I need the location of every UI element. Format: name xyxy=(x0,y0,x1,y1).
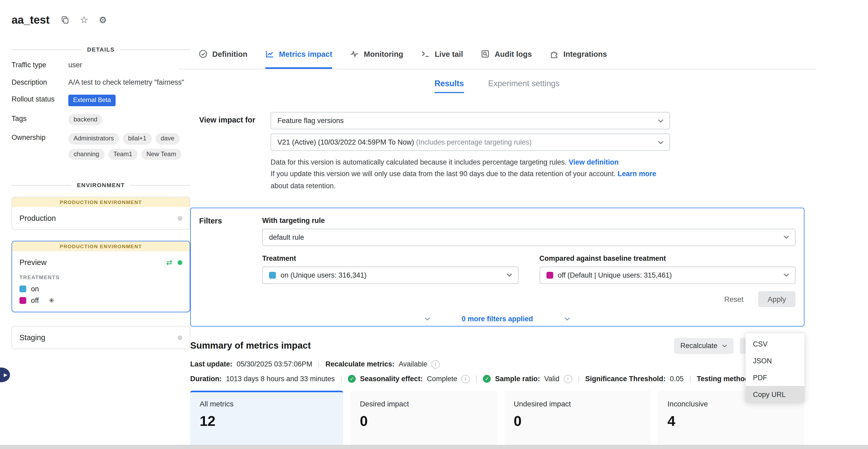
filters-panel: Filters With targeting rule default rule… xyxy=(190,208,804,327)
owner-pill[interactable]: dave xyxy=(155,133,180,145)
tab-bar: Definition Metrics impact Monitoring Liv… xyxy=(179,42,815,69)
last-update-label: Last update: xyxy=(190,360,232,368)
version-type-select[interactable]: Feature flag versions xyxy=(271,112,670,129)
treatment-select-value: on (Unique users: 316,341) xyxy=(281,271,367,279)
duration-label: Duration: xyxy=(190,375,222,383)
targeting-rule-select[interactable]: default rule xyxy=(262,229,796,246)
version-type-value: Feature flag versions xyxy=(277,117,344,125)
owner-pill[interactable]: New Team xyxy=(141,149,182,160)
targeting-rule-value: default rule xyxy=(269,234,304,241)
info-icon[interactable]: i xyxy=(564,375,572,383)
version-notes: Data for this version is automatically c… xyxy=(271,157,670,192)
treatment-select[interactable]: on (Unique users: 316,341) xyxy=(262,267,518,284)
recalculate-button[interactable]: Recalculate xyxy=(674,338,734,354)
view-impact-label: View impact for xyxy=(190,112,271,192)
page-title: aa_test xyxy=(11,14,50,26)
frozen-icon: ✳ xyxy=(49,297,55,305)
details-section-title: DETAILS xyxy=(87,46,115,53)
tag-pill[interactable]: backend xyxy=(68,114,103,125)
tab-integrations[interactable]: Integrations xyxy=(550,39,607,69)
tab-audit-logs[interactable]: Audit logs xyxy=(481,39,532,69)
sidebar-expand-handle[interactable]: ▶ xyxy=(0,367,10,382)
check-circle-icon: ✓ xyxy=(348,375,356,383)
version-value: V21 (Active) (10/03/2022 04:59PM To Now) xyxy=(277,138,414,146)
metric-card-undesired-impact[interactable]: Undesired impact 0 xyxy=(504,391,650,449)
baseline-select[interactable]: off (Default | Unique users: 315,461) xyxy=(539,267,796,284)
duration-value: 1013 days 8 hours and 33 minutes xyxy=(226,375,335,383)
treatments-panel: TREATMENTS on off ✳ xyxy=(12,275,190,312)
summary-title: Summary of metrics impact xyxy=(190,340,311,352)
tab-definition[interactable]: Definition xyxy=(198,39,247,69)
subtab-experiment-settings[interactable]: Experiment settings xyxy=(488,79,560,93)
significance-threshold-label: Significance Threshold: xyxy=(585,375,666,383)
view-impact-section: View impact for Feature flag versions V2… xyxy=(190,112,804,192)
more-filters-label[interactable]: 0 more filters applied xyxy=(462,315,533,323)
tab-label: Integrations xyxy=(563,50,607,58)
metric-card-label: Undesired impact xyxy=(514,399,641,408)
main-content: Definition Metrics impact Monitoring Liv… xyxy=(179,42,815,449)
chevron-down-icon[interactable] xyxy=(424,317,430,321)
production-env-banner: PRODUCTION ENVIRONMENT xyxy=(12,198,190,207)
metric-card-value: 12 xyxy=(200,413,334,429)
more-filters-toggle: 0 more filters applied xyxy=(191,315,804,323)
tab-live-tail[interactable]: Live tail xyxy=(421,39,463,69)
metric-card-desired-impact[interactable]: Desired impact 0 xyxy=(350,391,497,449)
star-icon[interactable]: ☆ xyxy=(80,15,88,25)
env-card-preview[interactable]: PRODUCTION ENVIRONMENT Preview ⇄ TREATME… xyxy=(11,241,190,312)
share-menu-item-json[interactable]: JSON xyxy=(746,352,804,369)
baseline-select-value: off (Default | Unique users: 315,461) xyxy=(558,271,672,279)
treatment-row-on: on xyxy=(20,285,182,293)
version-note-2: If you update this version we will only … xyxy=(271,170,616,178)
share-menu-item-copy-url[interactable]: Copy URL xyxy=(746,386,804,403)
view-definition-link[interactable]: View definition xyxy=(569,158,619,166)
learn-more-link[interactable]: Learn more xyxy=(618,170,656,178)
treatment-on-label: on xyxy=(31,285,39,293)
sample-ratio-value: Valid xyxy=(544,375,560,383)
testing-method-label: Testing method: xyxy=(697,375,751,383)
version-note-2-suffix: about data retention. xyxy=(271,182,336,189)
description-row: Description A/A test to check telemetry … xyxy=(11,78,190,87)
info-icon[interactable]: i xyxy=(432,360,440,368)
metric-card-label: All metrics xyxy=(200,399,334,408)
env-name-preview: Preview xyxy=(20,259,46,267)
env-card-staging[interactable]: Staging xyxy=(11,326,190,349)
env-card-production[interactable]: PRODUCTION ENVIRONMENT Production xyxy=(11,197,190,230)
version-select[interactable]: V21 (Active) (10/03/2022 04:59PM To Now)… xyxy=(271,133,670,151)
version-note-1: Data for this version is automatically c… xyxy=(271,158,567,166)
last-update-value: 05/30/2025 03:57:06PM xyxy=(237,360,312,368)
metrics-impact-icon xyxy=(265,50,274,58)
treatment-on-swatch xyxy=(269,272,276,279)
apply-button[interactable]: Apply xyxy=(758,291,796,307)
significance-threshold-value: 0.05 xyxy=(670,375,684,383)
tab-label: Live tail xyxy=(435,50,463,58)
summary-header: Summary of metrics impact Recalculate Sh… xyxy=(190,338,804,354)
metric-card-all-metrics[interactable]: All metrics 12 xyxy=(190,391,343,449)
recalculate-metrics-value: Available xyxy=(399,360,427,368)
chevron-down-icon xyxy=(783,236,789,239)
chevron-down-icon xyxy=(658,140,663,144)
tab-monitoring[interactable]: Monitoring xyxy=(350,39,403,69)
owner-pill[interactable]: bilal+1 xyxy=(123,133,152,145)
description-label: Description xyxy=(11,78,68,87)
share-menu-item-pdf[interactable]: PDF xyxy=(746,369,804,386)
owner-pill[interactable]: Team1 xyxy=(108,149,137,160)
tab-metrics-impact[interactable]: Metrics impact xyxy=(265,39,332,69)
reset-button[interactable]: Reset xyxy=(724,295,743,303)
owner-pill[interactable]: Administrators xyxy=(68,133,119,145)
description-value: A/A test to check telemetry "fairness" xyxy=(68,78,190,87)
title-actions: ☆ ⚙ xyxy=(61,15,107,25)
gear-icon[interactable]: ⚙ xyxy=(99,16,107,25)
production-env-banner: PRODUCTION ENVIRONMENT xyxy=(12,242,190,251)
info-icon[interactable]: i xyxy=(461,375,470,383)
chevron-down-icon[interactable] xyxy=(564,317,570,321)
rollout-status-label: Rollout status xyxy=(11,95,68,106)
metric-card-label: Desired impact xyxy=(360,399,487,408)
subtab-results[interactable]: Results xyxy=(435,79,464,93)
page: aa_test ☆ ⚙ DETAILS Traffic type user De… xyxy=(0,0,868,449)
copy-icon[interactable] xyxy=(61,16,69,24)
treatment-off-swatch xyxy=(20,297,26,304)
share-menu-item-csv[interactable]: CSV xyxy=(746,335,804,352)
treatment-off-swatch xyxy=(546,272,553,279)
version-note: (Includes percentage targeting rules) xyxy=(416,138,532,146)
owner-pill[interactable]: channing xyxy=(68,149,104,160)
